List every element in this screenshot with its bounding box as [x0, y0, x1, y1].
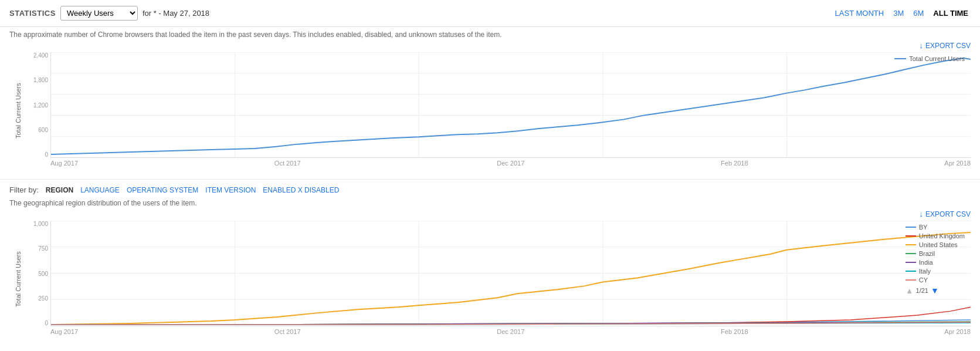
filter-label: Filter by: [9, 185, 39, 194]
x-feb2018: Feb 2018 [721, 160, 748, 167]
top-export-csv-button[interactable]: ↓ EXPORT CSV [920, 41, 971, 50]
legend-us: United States [919, 241, 958, 248]
top-legend-label: Total Current Users [909, 55, 965, 62]
bot-y-1000: 1,000 [33, 221, 48, 227]
filter-region[interactable]: REGION [46, 186, 73, 194]
bottom-chart-section: Total Current Users 1,000 750 500 250 0 [0, 221, 980, 347]
legend-uk: United Kingdom [919, 232, 965, 239]
top-chart-description-row: The approximate number of Chrome browser… [0, 27, 980, 40]
top-chart-description: The approximate number of Chrome browser… [9, 31, 502, 39]
pagination-text: 1/21 [916, 287, 928, 294]
bottom-export-csv-button[interactable]: ↓ EXPORT CSV [920, 210, 971, 218]
top-y-axis-label: Total Current Users [9, 52, 27, 170]
x-dec2017: Dec 2017 [497, 160, 524, 167]
top-export-label: EXPORT CSV [925, 42, 971, 50]
geo-description-row: The geographical region distribution of … [0, 197, 980, 208]
bottom-export-label: EXPORT CSV [925, 210, 971, 218]
filter-row: Filter by: REGION LANGUAGE OPERATING SYS… [9, 185, 971, 194]
y-tick-1200: 1,200 [33, 102, 48, 109]
bot-y-750: 750 [38, 245, 48, 252]
bottom-line-chart [50, 221, 971, 326]
bottom-chart-legend: BY United Kingdom United States Brazil I… [906, 224, 965, 295]
pagination-down-icon[interactable]: ▼ [931, 286, 939, 295]
geo-description: The geographical region distribution of … [9, 199, 197, 207]
time-filter-group: LAST MONTH 3M 6M ALL TIME [833, 8, 971, 19]
y-tick-0: 0 [45, 151, 48, 158]
filter-3m[interactable]: 3M [891, 8, 906, 19]
filter-item-version[interactable]: ITEM VERSION [205, 186, 256, 194]
filter-section: Filter by: REGION LANGUAGE OPERATING SYS… [0, 179, 980, 197]
bot-y-500: 500 [38, 271, 48, 277]
top-export-row: ↓ EXPORT CSV [0, 40, 980, 52]
x-aug2017: Aug 2017 [50, 160, 78, 167]
legend-brazil: Brazil [919, 250, 935, 257]
date-range-text: for * - May 27, 2018 [143, 9, 209, 18]
pagination: ▲ 1/21 ▼ [906, 286, 965, 295]
statistics-label: STATISTICS [9, 9, 56, 18]
y-tick-600: 600 [38, 127, 48, 133]
bot-x-apr2018: Apr 2018 [944, 328, 971, 335]
top-x-labels: Aug 2017 Oct 2017 Dec 2017 Feb 2018 Apr … [50, 158, 971, 167]
bot-y-0: 0 [45, 320, 48, 326]
page-header: STATISTICS Weekly Users Daily Users Mont… [0, 0, 980, 27]
bottom-export-row: ↓ EXPORT CSV [0, 208, 980, 221]
x-apr2018: Apr 2018 [944, 160, 971, 167]
y-tick-2400: 2,400 [33, 52, 48, 59]
top-chart-section: Total Current Users 2,400 1,800 1,200 60… [0, 52, 980, 179]
bot-x-oct2017: Oct 2017 [274, 328, 301, 335]
filter-all-time[interactable]: ALL TIME [931, 8, 971, 19]
bottom-x-labels: Aug 2017 Oct 2017 Dec 2017 Feb 2018 Apr … [50, 326, 971, 335]
legend-india: India [919, 259, 933, 266]
bottom-y-axis-label: Total Current Users [9, 221, 27, 338]
legend-cy: CY [919, 276, 928, 284]
filter-language[interactable]: LANGUAGE [80, 186, 120, 194]
y-tick-1800: 1,800 [33, 77, 48, 83]
x-oct2017: Oct 2017 [274, 160, 301, 167]
bot-x-feb2018: Feb 2018 [721, 328, 748, 335]
filter-6m[interactable]: 6M [911, 8, 926, 19]
filter-operating-system[interactable]: OPERATING SYSTEM [127, 186, 198, 194]
legend-italy: Italy [919, 268, 931, 275]
bot-x-aug2017: Aug 2017 [50, 328, 78, 335]
bot-y-250: 250 [38, 295, 48, 302]
top-chart-legend: Total Current Users [894, 55, 965, 62]
legend-by: BY [919, 224, 928, 231]
bot-x-dec2017: Dec 2017 [497, 328, 524, 335]
top-line-chart [50, 52, 971, 158]
filter-enabled-disabled[interactable]: ENABLED X DISABLED [263, 186, 339, 194]
pagination-up-icon[interactable]: ▲ [906, 286, 914, 295]
metric-dropdown[interactable]: Weekly Users Daily Users Monthly Users [60, 6, 138, 21]
filter-last-month[interactable]: LAST MONTH [833, 8, 887, 19]
